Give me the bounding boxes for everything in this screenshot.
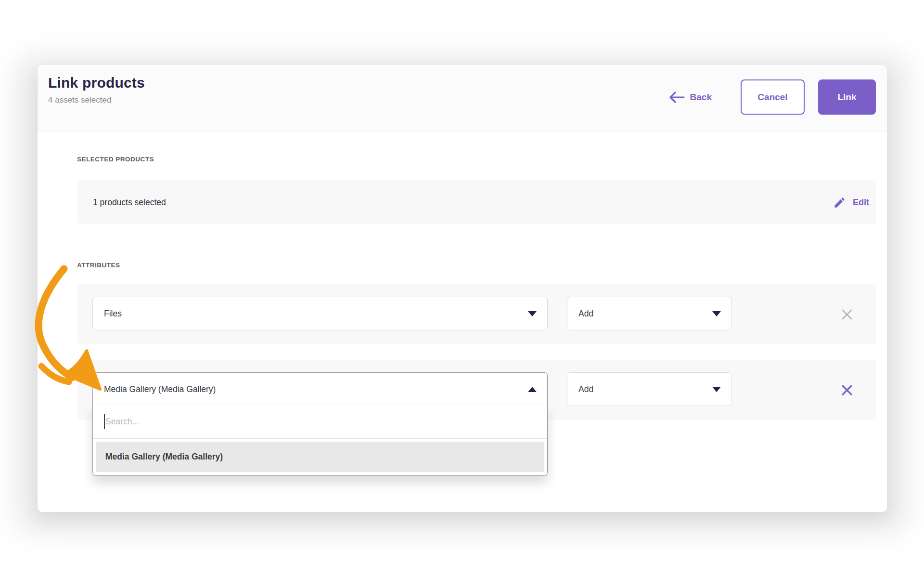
attribute-select-value: Media Gallery (Media Gallery) (104, 384, 216, 394)
back-label: Back (690, 92, 712, 103)
selected-products-section-label: SELECTED PRODUCTS (77, 156, 154, 163)
caret-down-icon (712, 311, 721, 316)
cancel-label: Cancel (757, 92, 787, 103)
assets-selected-subtitle: 4 assets selected (48, 95, 145, 105)
modal-header: Link products 4 assets selected Back Can… (38, 65, 887, 131)
products-selected-summary: 1 products selected (93, 197, 166, 208)
attribute-select-media-gallery[interactable]: Media Gallery (Media Gallery) (92, 372, 548, 406)
selected-products-panel: 1 products selected Edit (77, 180, 876, 224)
dropdown-search-input[interactable] (93, 405, 547, 438)
attribute-select-value: Files (104, 309, 122, 319)
attribute-dropdown-menu: Media Gallery (Media Gallery) (92, 405, 548, 476)
edit-label: Edit (853, 197, 869, 208)
caret-down-icon (528, 311, 537, 316)
back-button[interactable]: Back (669, 91, 712, 104)
header-actions: Back Cancel Link (669, 79, 876, 115)
title-block: Link products 4 assets selected (48, 75, 145, 105)
pencil-icon (833, 196, 846, 209)
dropdown-option-label: Media Gallery (Media Gallery) (105, 452, 223, 462)
action-select-value: Add (578, 384, 593, 394)
caret-down-icon (712, 387, 721, 392)
dropdown-search-row (93, 405, 547, 439)
dropdown-option-media-gallery[interactable]: Media Gallery (Media Gallery) (96, 442, 544, 472)
edit-products-button[interactable]: Edit (833, 196, 869, 209)
cancel-button[interactable]: Cancel (741, 79, 805, 115)
remove-row-button-active[interactable] (839, 382, 855, 398)
action-select-value: Add (578, 309, 593, 319)
text-cursor (104, 414, 105, 429)
link-button[interactable]: Link (818, 79, 876, 115)
action-select-row2[interactable]: Add (567, 372, 732, 406)
attributes-section-label: ATTRIBUTES (77, 262, 120, 269)
attribute-row-files: Files Add (77, 284, 876, 344)
link-label: Link (837, 92, 856, 103)
link-products-modal: Link products 4 assets selected Back Can… (38, 65, 887, 512)
action-select-row1[interactable]: Add (567, 297, 732, 330)
page-title: Link products (48, 75, 145, 91)
attribute-select-files[interactable]: Files (92, 297, 548, 330)
remove-row-button[interactable] (839, 306, 855, 323)
back-arrow-icon (669, 91, 685, 104)
caret-up-icon (528, 387, 537, 392)
